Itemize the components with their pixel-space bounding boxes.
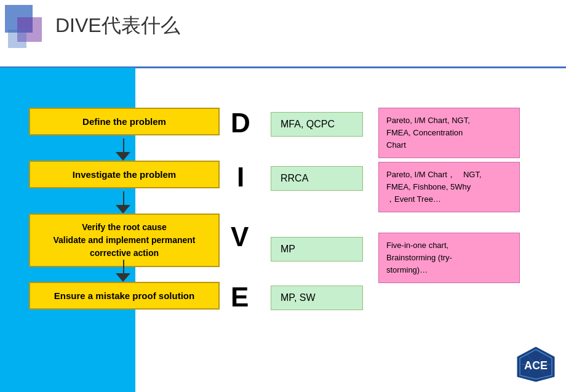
arrow-line-1 <box>123 138 124 152</box>
page-title: DIVE代表什么 <box>55 12 180 39</box>
square-blue2 <box>8 30 26 48</box>
green-box-1: MFA, QCPC <box>271 112 363 137</box>
pink-box-1: Pareto, I/M Chart, NGT,FMEA, Concentrati… <box>378 108 520 158</box>
arrow-line-3 <box>123 260 124 273</box>
logo-decoration <box>5 5 48 57</box>
pink-box-2: Pareto, I/M Chart， NGT,FMEA, Fishbone, 5… <box>378 162 520 212</box>
green-box-3: MP <box>271 237 363 262</box>
flow-box-investigate: Investigate the problem <box>29 161 220 188</box>
arrow-head-2 <box>116 205 130 214</box>
letter-i: I <box>237 162 244 193</box>
flow-box-ensure: Ensure a mistake proof solution <box>29 282 220 310</box>
arrow-head-1 <box>116 152 130 161</box>
flow-box-define: Define the problem <box>29 108 220 135</box>
arrow-head-3 <box>116 273 130 282</box>
letter-v: V <box>231 222 249 252</box>
flow-box-verify: Verify the root cause Validate and imple… <box>29 214 220 267</box>
letter-d: D <box>231 108 250 138</box>
svg-text:ACE: ACE <box>524 359 548 372</box>
header: DIVE代表什么 <box>0 0 566 68</box>
pink-box-3: Five-in-one chart,Brainstorming (try-sto… <box>378 233 520 283</box>
arrow-line-2 <box>123 191 124 205</box>
green-box-4: MP, SW <box>271 286 363 310</box>
green-box-2: RRCA <box>271 166 363 191</box>
letter-e: E <box>231 282 249 313</box>
ace-logo: ACE <box>515 346 557 383</box>
